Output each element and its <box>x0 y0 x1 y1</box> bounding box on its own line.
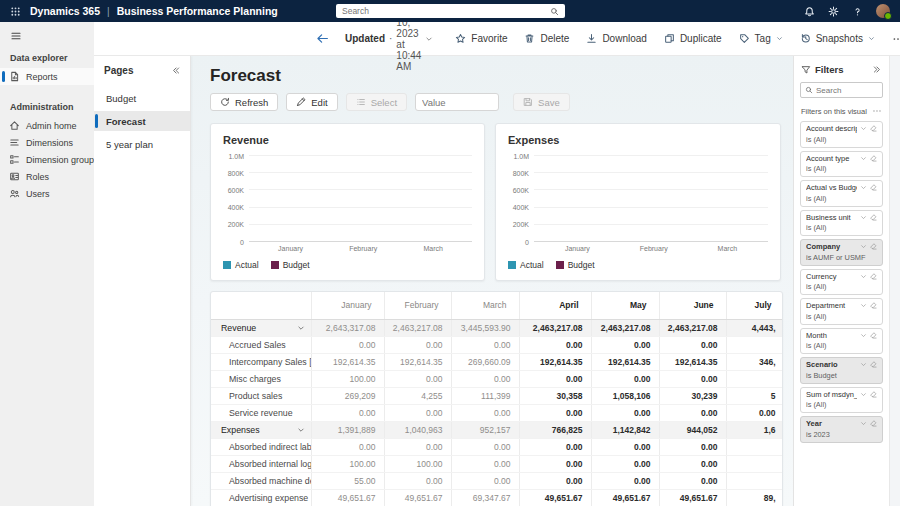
filter-card-actual-vs-budget[interactable]: Actual vs Budget is (All) <box>800 180 883 207</box>
notifications-bell-icon[interactable] <box>804 6 815 17</box>
global-search-input[interactable] <box>342 6 546 16</box>
more-actions-button[interactable] <box>892 33 900 45</box>
filter-card-month[interactable]: Month is (All) <box>800 328 883 355</box>
settings-gear-icon[interactable] <box>828 6 839 17</box>
help-icon[interactable] <box>852 6 863 17</box>
search-icon <box>805 86 813 94</box>
table-cell: 192,614.35 <box>311 353 384 370</box>
filter-card-account-description[interactable]: Account description is (All) <box>800 121 883 148</box>
eraser-icon[interactable] <box>870 332 877 339</box>
sidebar-item-label: Dimensions <box>26 138 73 148</box>
sidebar-item-dimensions[interactable]: Dimensions <box>0 134 94 151</box>
column-header-may: May <box>591 292 659 319</box>
chart-legend: ActualBudget <box>508 260 768 270</box>
sidebar-item-reports[interactable]: Reports <box>0 68 94 85</box>
chevron-down-icon[interactable] <box>860 391 867 398</box>
row-label-cell: Service revenue <box>211 404 311 421</box>
select-button[interactable]: Select <box>346 93 407 111</box>
eraser-icon[interactable] <box>870 184 877 191</box>
eraser-icon[interactable] <box>870 361 877 368</box>
y-tick-label: 200K <box>513 221 529 228</box>
chevron-down-icon[interactable] <box>860 125 867 132</box>
filters-title: Filters <box>815 64 844 75</box>
edit-button[interactable]: Edit <box>286 93 337 111</box>
value-input[interactable] <box>415 93 499 111</box>
filter-card-account-type[interactable]: Account type is (All) <box>800 151 883 178</box>
filter-card-department[interactable]: Department is (All) <box>800 298 883 325</box>
report-icon <box>9 71 20 82</box>
page-item-budget[interactable]: Budget <box>94 88 190 108</box>
column-header-january: January <box>311 292 384 319</box>
table-cell: 0.00 <box>591 438 659 455</box>
hamburger-menu-icon[interactable] <box>0 27 32 46</box>
command-bar: Updated · Aug 10, 2023 at 10:44 AM Favor… <box>94 22 900 56</box>
user-avatar[interactable] <box>876 4 890 18</box>
row-label-cell: Misc charges <box>211 370 311 387</box>
row-collapse-chevron-icon[interactable] <box>297 324 305 332</box>
more-options-icon[interactable] <box>872 106 882 116</box>
sidebar-item-users[interactable]: Users <box>0 185 94 202</box>
waffle-icon[interactable] <box>10 6 21 17</box>
sidebar-item-roles[interactable]: Roles <box>0 168 94 185</box>
page-item-5-year-plan[interactable]: 5 year plan <box>94 134 190 154</box>
cmd-action-tag[interactable]: Tag <box>739 33 783 44</box>
cmd-action-favorite[interactable]: Favorite <box>455 33 507 44</box>
filter-card-scenario[interactable]: Scenario is Budget <box>800 357 883 384</box>
row-label-cell: Advertising expense <box>211 489 311 506</box>
nav-section-administration: Administration Admin home Dimensions Dim… <box>0 95 94 202</box>
chevron-down-icon[interactable] <box>860 243 867 250</box>
chevron-down-icon[interactable] <box>860 214 867 221</box>
nav-heading: Data explorer <box>0 46 94 68</box>
collapse-right-icon[interactable] <box>873 65 882 74</box>
chevron-down-icon[interactable] <box>860 184 867 191</box>
chevron-down-icon[interactable] <box>860 332 867 339</box>
legend-swatch <box>223 261 231 269</box>
chevron-down-icon[interactable] <box>860 420 867 427</box>
table-cell: 1,040,963 <box>384 421 451 438</box>
filter-card-year[interactable]: Year is 2023 <box>800 416 883 443</box>
table-row-revenue[interactable]: Revenue 2,643,317.082,463,217.083,445,59… <box>211 319 783 336</box>
chevron-down-icon[interactable] <box>860 302 867 309</box>
table-cell: 100.00 <box>311 370 384 387</box>
table-cell: 192,614.35 <box>384 353 451 370</box>
table-cell: 0.00 <box>519 472 591 489</box>
eraser-icon[interactable] <box>870 302 877 309</box>
cmd-action-delete[interactable]: Delete <box>524 33 569 44</box>
filter-card-sum-of-msdyn-amount[interactable]: Sum of msdyn_amount is (All) <box>800 387 883 414</box>
filter-card-business-unit[interactable]: Business unit is (All) <box>800 210 883 237</box>
row-collapse-chevron-icon[interactable] <box>297 426 305 434</box>
chevron-down-icon[interactable] <box>860 273 867 280</box>
filters-search-input[interactable] <box>816 86 878 95</box>
column-header-rowlabel <box>211 292 311 319</box>
eraser-icon[interactable] <box>870 420 877 427</box>
global-search[interactable] <box>336 4 565 18</box>
back-arrow-icon[interactable] <box>316 32 329 45</box>
cmd-action-snapshots[interactable]: Snapshots <box>800 33 875 44</box>
eraser-icon[interactable] <box>870 243 877 250</box>
table-cell: 100.00 <box>311 455 384 472</box>
chevron-down-icon[interactable] <box>860 361 867 368</box>
chevron-down-icon[interactable] <box>860 155 867 162</box>
save-button[interactable]: Save <box>513 93 570 111</box>
eraser-icon[interactable] <box>870 125 877 132</box>
cmd-action-download[interactable]: Download <box>586 33 646 44</box>
filter-card-currency[interactable]: Currency is (All) <box>800 269 883 296</box>
filter-card-company[interactable]: Company is AUMF or USMF <box>800 239 883 266</box>
cmd-action-duplicate[interactable]: Duplicate <box>664 33 722 44</box>
page-item-forecast[interactable]: Forecast <box>94 111 190 131</box>
refresh-button[interactable]: Refresh <box>210 93 278 111</box>
eraser-icon[interactable] <box>870 273 877 280</box>
sidebar-item-dimension-groups[interactable]: Dimension groups <box>0 151 94 168</box>
sidebar-item-admin-home[interactable]: Admin home <box>0 117 94 134</box>
row-label-cell: Absorbed internal logisti… <box>211 455 311 472</box>
eraser-icon[interactable] <box>870 214 877 221</box>
filters-search[interactable] <box>800 82 883 98</box>
column-header-july: July <box>726 292 783 319</box>
eraser-icon[interactable] <box>870 391 877 398</box>
home-icon <box>9 120 20 131</box>
eraser-icon[interactable] <box>870 155 877 162</box>
page-scroll-gutter[interactable] <box>889 56 900 506</box>
collapse-left-icon[interactable] <box>171 66 180 75</box>
x-axis-label: March <box>423 245 442 252</box>
table-row-expenses[interactable]: Expenses 1,391,8891,040,963952,157766,82… <box>211 421 783 438</box>
